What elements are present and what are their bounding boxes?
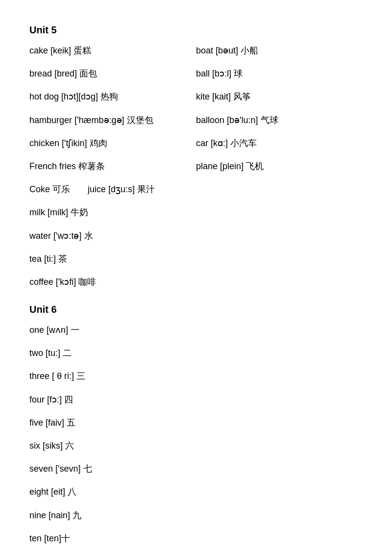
- word: eight: [29, 487, 49, 497]
- chinese: 十: [61, 533, 70, 543]
- vocab-item: cake [keik] 蛋糕: [29, 45, 196, 57]
- unit5-columns: cake [keik] 蛋糕bread [bred] 面包hot dog [hɔ…: [29, 45, 363, 299]
- word: seven: [29, 464, 53, 474]
- chinese: 气球: [261, 115, 278, 125]
- word: car: [196, 138, 208, 148]
- chinese: 球: [234, 69, 243, 78]
- chinese: 榨薯条: [78, 161, 105, 171]
- vocab-item: boat [bəut] 小船: [196, 45, 363, 57]
- vocab-item: seven ['sevn] 七: [29, 463, 363, 475]
- phonetic: ['kɔfi]: [56, 277, 76, 287]
- chinese: 水: [84, 231, 93, 241]
- word: water: [29, 231, 51, 241]
- word: boat: [196, 46, 213, 55]
- chinese: 果汁: [137, 184, 155, 194]
- word: chicken: [29, 138, 59, 148]
- unit6-section: Unit 6 one [wʌn] 一two [tu:] 二three [ θ r…: [29, 304, 363, 555]
- chinese: 八: [68, 487, 76, 497]
- word: French fries: [29, 161, 76, 171]
- vocab-item: ball [bɔ:l] 球: [196, 68, 363, 80]
- word: hot dog: [29, 92, 59, 101]
- word: ball: [196, 69, 210, 78]
- vocab-item: car [kɑ:] 小汽车: [196, 137, 363, 150]
- vocab-item: balloon [bə'lu:n] 气球: [196, 114, 363, 126]
- chinese: 牛奶: [71, 207, 88, 217]
- vocab-item: coffee ['kɔfi] 咖啡: [29, 276, 196, 288]
- chinese: 风筝: [233, 92, 251, 101]
- word: cake: [29, 46, 48, 55]
- phonetic: [dʒu:s]: [108, 184, 135, 194]
- unit6-items: one [wʌn] 一two [tu:] 二three [ θ ri:] 三fo…: [29, 324, 363, 555]
- word: nine: [29, 510, 46, 520]
- chinese: 热狗: [100, 92, 118, 101]
- word: balloon: [196, 115, 224, 125]
- chinese: 鸡肉: [90, 138, 107, 148]
- phonetic: ['sevn]: [55, 464, 80, 474]
- word: ten: [29, 533, 42, 543]
- word: two: [29, 348, 43, 358]
- phonetic: ['hæmbə:gə]: [74, 115, 124, 125]
- vocab-item: water ['wɔ:tə] 水: [29, 230, 196, 242]
- vocab-item: three [ θ ri:] 三: [29, 370, 363, 382]
- word: kite: [196, 92, 210, 101]
- phonetic: [ti:]: [44, 254, 56, 264]
- vocab-item: Coke 可乐 juice [dʒu:s] 果汁: [29, 183, 196, 196]
- phonetic: [bə'lu:n]: [227, 115, 258, 125]
- chinese: 一: [71, 325, 79, 335]
- word: one: [29, 325, 44, 335]
- phonetic: [tu:]: [46, 348, 60, 358]
- unit5-section: Unit 5 cake [keik] 蛋糕bread [bred] 面包hot …: [29, 25, 363, 299]
- vocab-item: hamburger ['hæmbə:gə] 汉堡包: [29, 114, 196, 126]
- phonetic: [fɔ:]: [47, 395, 62, 404]
- vocab-item: French fries 榨薯条: [29, 160, 196, 173]
- phonetic: [ θ ri:]: [52, 371, 74, 381]
- word: four: [29, 395, 45, 404]
- chinese: 五: [67, 418, 75, 428]
- vocab-item: milk [milk] 牛奶: [29, 206, 196, 219]
- phonetic: [hɔt][dɔg]: [61, 92, 98, 101]
- unit6-title: Unit 6: [29, 304, 363, 315]
- chinese: 咖啡: [78, 277, 96, 287]
- vocab-item: hot dog [hɔt][dɔg] 热狗: [29, 91, 196, 103]
- phonetic: [bəut]: [216, 46, 238, 55]
- chinese: 小船: [241, 46, 258, 55]
- phonetic: ['wɔ:tə]: [53, 231, 81, 241]
- phonetic: [milk]: [48, 207, 68, 217]
- phonetic: [plein]: [220, 161, 244, 171]
- vocab-item: nine [nain] 九: [29, 509, 363, 522]
- vocab-item: eight [eit] 八: [29, 486, 363, 498]
- unit5-right-col: boat [bəut] 小船ball [bɔ:l] 球kite [kait] 风…: [196, 45, 363, 299]
- vocab-item: two [tu:] 二: [29, 347, 363, 359]
- phonetic: ['tʃikin]: [62, 138, 87, 148]
- vocab-item: six [siks] 六: [29, 440, 363, 452]
- chinese: 面包: [79, 69, 97, 78]
- word: bread: [29, 69, 52, 78]
- unit5-left-col: cake [keik] 蛋糕bread [bred] 面包hot dog [hɔ…: [29, 45, 196, 299]
- word: six: [29, 441, 40, 451]
- word: three: [29, 371, 49, 381]
- phonetic: [bɔ:l]: [212, 69, 231, 78]
- vocab-item: ten [ten]十: [29, 532, 363, 545]
- vocab-item: four [fɔ:] 四: [29, 394, 363, 406]
- word: hamburger: [29, 115, 72, 125]
- chinese: 茶: [58, 254, 67, 264]
- word: milk: [29, 207, 45, 217]
- chinese: 飞机: [246, 161, 264, 171]
- phonetic: [bred]: [54, 69, 77, 78]
- chinese: 三: [76, 371, 85, 381]
- word: coffee: [29, 277, 53, 287]
- chinese: 小汽车: [230, 138, 257, 148]
- unit5-title: Unit 5: [29, 25, 363, 36]
- phonetic: [eit]: [51, 487, 65, 497]
- word: plane: [196, 161, 218, 171]
- phonetic: [nain]: [49, 510, 70, 520]
- phonetic: [keik]: [50, 46, 71, 55]
- vocab-item: tea [ti:] 茶: [29, 253, 196, 265]
- chinese: 四: [64, 395, 73, 404]
- phonetic: [kɑ:]: [211, 138, 228, 148]
- chinese: 蛋糕: [74, 46, 91, 55]
- vocab-item: bread [bred] 面包: [29, 68, 196, 80]
- vocab-item: one [wʌn] 一: [29, 324, 363, 336]
- vocab-item: chicken ['tʃikin] 鸡肉: [29, 137, 196, 150]
- vocab-item: plane [plein] 飞机: [196, 160, 363, 173]
